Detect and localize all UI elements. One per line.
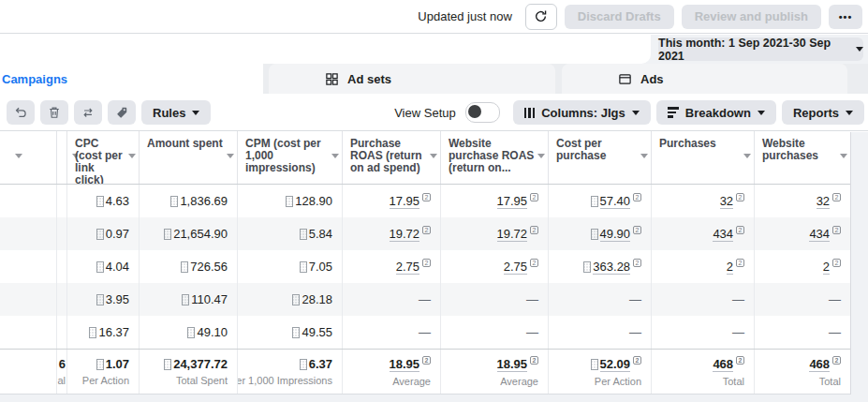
column-header-cost-per-purchase[interactable]: Cost per purchase — [548, 131, 651, 184]
attribution-marker: 2 — [633, 193, 641, 201]
cell-amount-spent: 1,836.69 — [139, 185, 237, 217]
cell-stub — [0, 185, 56, 217]
refresh-icon — [534, 9, 548, 23]
table-row[interactable]: 3.95 110.47 28.18 — — — — — — [0, 283, 850, 316]
tab-ads-label: Ads — [640, 72, 664, 86]
tag-button[interactable] — [108, 100, 136, 125]
cell-website-purchase-roas: — — [440, 316, 548, 349]
table-row[interactable]: 4.04 726.56 7.05 2.752 2.752 363.282 22 … — [0, 250, 850, 283]
cell-stub — [56, 250, 66, 283]
date-range-selector[interactable]: This month: 1 Sep 2021-30 Sep 2021 — [658, 37, 863, 61]
top-action-bar: Updated just now Discard Drafts Review a… — [0, 0, 868, 34]
cell-website-purchases: 22 — [754, 250, 850, 283]
attribution-marker: 2 — [633, 226, 641, 234]
attribution-marker: 2 — [633, 356, 641, 365]
cell-stub — [56, 185, 66, 217]
metric-link[interactable]: 17.95 — [390, 194, 420, 209]
sort-caret-icon — [743, 154, 751, 158]
column-header-purchase-roas[interactable]: Purchase ROAS (return on ad spend) — [342, 131, 440, 184]
summary-clipped-column: 6 al — [56, 350, 66, 394]
edit-placements-button[interactable] — [74, 100, 102, 125]
column-header-label: CPC (cost per link click) — [75, 137, 123, 184]
metric-link[interactable]: 49.90 — [600, 227, 631, 242]
column-header-cpm[interactable]: CPM (cost per 1,000 impressions) — [237, 131, 342, 184]
metric-link[interactable]: 363.28 — [593, 260, 630, 275]
more-options-button[interactable]: ••• — [829, 5, 862, 29]
columns-dropdown[interactable]: Columns: JIgs — [513, 100, 651, 125]
review-publish-button[interactable]: Review and publish — [682, 5, 821, 29]
column-header-label: Website purchases — [762, 137, 818, 162]
cell-value: 21,654.90 — [173, 227, 228, 241]
delete-button[interactable] — [40, 100, 68, 125]
tab-campaigns[interactable]: Campaigns — [0, 64, 263, 94]
attribution-marker: 2 — [633, 259, 641, 267]
attribution-marker: 2 — [736, 226, 744, 234]
missing-glyph-currency-icon — [286, 196, 293, 207]
metric-link[interactable]: 17.95 — [497, 194, 528, 209]
metric-link[interactable]: 32 — [817, 194, 830, 209]
metric-link[interactable]: 18.95 — [497, 357, 528, 372]
missing-glyph-currency-icon — [96, 294, 104, 305]
cell-stub — [56, 217, 66, 250]
tab-ads[interactable]: Ads — [562, 64, 847, 94]
missing-glyph-currency-icon — [96, 359, 104, 370]
column-header-website-purchases[interactable]: Website purchases — [754, 131, 850, 184]
metric-link[interactable]: 434 — [809, 227, 830, 242]
breakdown-dropdown[interactable]: Breakdown — [656, 100, 776, 125]
summary-stub — [0, 350, 56, 394]
metric-link[interactable]: 2.75 — [504, 260, 527, 275]
metric-link[interactable]: 434 — [713, 227, 733, 242]
column-header-label: Website purchase ROAS (return on... — [449, 137, 534, 174]
summary-purchases: 4682 Total — [651, 350, 754, 394]
cell-value: 28.18 — [302, 292, 332, 306]
column-header-website-purchase-roas[interactable]: Website purchase ROAS (return on... — [440, 131, 548, 184]
metric-link[interactable]: 2.75 — [396, 260, 419, 275]
missing-glyph-currency-icon — [591, 229, 598, 240]
table-row[interactable]: 4.63 1,836.69 128.90 17.952 17.952 57.40… — [0, 185, 850, 217]
cell-website-purchase-roas: 19.722 — [440, 217, 548, 250]
missing-glyph-currency-icon — [170, 196, 178, 207]
ads-manager-screen: Updated just now Discard Drafts Review a… — [0, 0, 868, 402]
empty-value: — — [829, 325, 841, 339]
filter-bar: This month: 1 Sep 2021-30 Sep 2021 — [0, 35, 868, 64]
metric-link[interactable]: 52.09 — [600, 357, 631, 372]
missing-glyph-currency-icon — [96, 229, 104, 240]
search-bar-bottom — [0, 35, 651, 64]
cell-cpm: 128.90 — [237, 185, 342, 217]
metric-link[interactable]: 19.72 — [497, 227, 528, 242]
column-header-clipped-left[interactable] — [0, 131, 56, 184]
column-header-cpc[interactable]: CPC (cost per link click) — [66, 131, 139, 184]
rules-dropdown[interactable]: Rules — [141, 100, 211, 125]
missing-glyph-currency-icon — [164, 229, 171, 240]
metric-link[interactable]: 468 — [713, 357, 733, 372]
refresh-button[interactable] — [525, 4, 557, 30]
metric-link[interactable]: 2 — [727, 260, 733, 275]
summary-label: Average — [500, 376, 538, 387]
discard-drafts-button[interactable]: Discard Drafts — [565, 5, 674, 29]
table-row[interactable]: 0.97 21,654.90 5.84 19.722 19.722 49.902… — [0, 217, 850, 250]
column-header-purchases[interactable]: Purchases — [651, 131, 754, 184]
reports-dropdown[interactable]: Reports — [782, 100, 864, 125]
cell-stub — [0, 316, 56, 349]
tag-icon — [115, 106, 128, 119]
metric-link[interactable]: 32 — [720, 194, 733, 209]
attribution-marker: 2 — [530, 259, 538, 267]
summary-cpm: 6.37 Per 1,000 Impressions — [237, 350, 342, 394]
metric-link[interactable]: 18.95 — [390, 357, 420, 372]
metric-link[interactable]: 19.72 — [390, 227, 420, 242]
clipped-summary-label: al — [57, 375, 66, 386]
missing-glyph-currency-icon — [181, 261, 188, 273]
view-setup-toggle[interactable] — [465, 102, 500, 123]
sort-caret-icon — [430, 154, 437, 158]
attribution-marker: 2 — [832, 193, 841, 201]
attribution-marker: 2 — [422, 356, 431, 365]
column-header-amount-spent[interactable]: Amount spent — [139, 131, 237, 184]
tab-adsets[interactable]: Ad sets — [269, 64, 555, 94]
metric-link[interactable]: 57.40 — [600, 194, 631, 209]
table-row[interactable]: 16.37 49.10 49.55 — — — — — — [0, 316, 850, 349]
cell-website-purchases: 4342 — [754, 217, 850, 250]
undo-button[interactable] — [7, 100, 35, 125]
metric-link[interactable]: 468 — [809, 357, 830, 372]
metric-link[interactable]: 2 — [823, 260, 830, 275]
bottom-gutter — [0, 395, 868, 402]
